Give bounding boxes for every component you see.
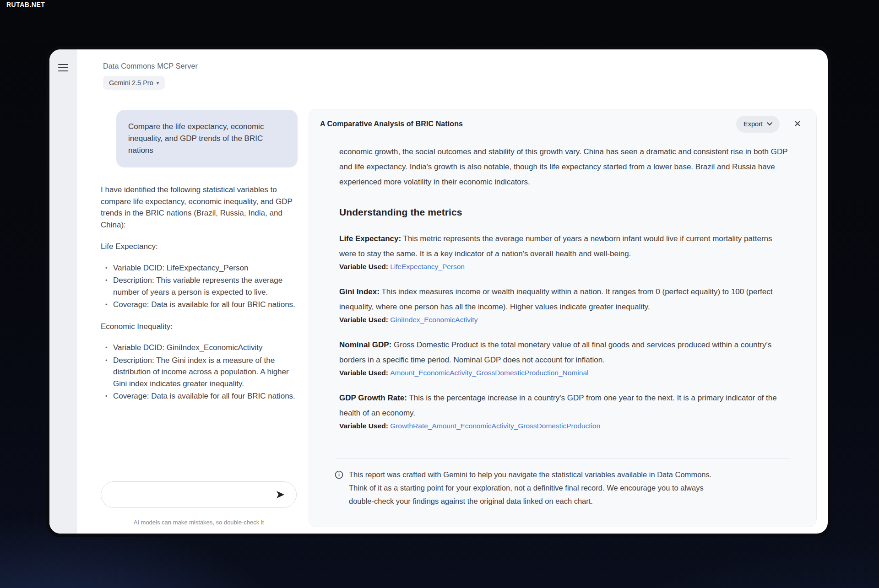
assistant-message: I have identified the following statisti…: [101, 184, 301, 403]
report-title: A Comparative Analysis of BRIC Nations: [320, 120, 736, 128]
variable-link[interactable]: Amount_EconomicActivity_GrossDomesticPro…: [390, 369, 588, 377]
metric-block: Gini Index: This index measures income o…: [339, 284, 790, 324]
list-item: Description: This variable represents th…: [105, 275, 301, 298]
variable-used-label: Variable Used:: [339, 422, 388, 430]
variable-used-label: Variable Used:: [339, 369, 388, 377]
list-item: Variable DCID: GiniIndex_EconomicActivit…: [105, 342, 301, 354]
variable-used-label: Variable Used:: [339, 263, 388, 270]
chat-section-heading: Economic Inequality:: [101, 321, 301, 333]
report-panel: A Comparative Analysis of BRIC Nations E…: [309, 109, 817, 527]
metric-description: This metric represents the average numbe…: [339, 234, 772, 258]
model-selector-button[interactable]: Gemini 2.5 Pro ▾: [103, 76, 165, 90]
chat-bullet-list: Variable DCID: GiniIndex_EconomicActivit…: [101, 342, 301, 402]
send-icon: [275, 489, 286, 500]
metric-label: Nominal GDP:: [339, 340, 391, 349]
divider: [336, 459, 790, 459]
variable-used-label: Variable Used:: [339, 316, 388, 324]
disclaimer-text: AI models can make mistakes, so double-c…: [101, 519, 297, 526]
app-window: Data Commons MCP Server Gemini 2.5 Pro ▾…: [46, 46, 831, 537]
info-icon: [335, 470, 343, 479]
list-item: Coverage: Data is available for all four…: [105, 390, 301, 402]
menu-icon: [58, 64, 68, 65]
watermark: RUTAB.NET: [6, 1, 45, 8]
close-icon: ✕: [794, 119, 801, 129]
chevron-down-icon: [767, 122, 772, 126]
report-section-heading: Understanding the metrics: [339, 207, 790, 218]
variable-link[interactable]: GiniIndex_EconomicActivity: [390, 316, 477, 324]
chat-input[interactable]: [110, 486, 273, 504]
metric-block: Nominal GDP: Gross Domestic Product is t…: [339, 337, 790, 377]
send-button[interactable]: [273, 488, 287, 502]
footer-note-text: This report was crafted with Gemini to h…: [349, 468, 729, 508]
footer-note: This report was crafted with Gemini to h…: [335, 468, 790, 508]
metric-description: This index measures income or wealth ine…: [339, 287, 772, 311]
variable-link[interactable]: GrowthRate_Amount_EconomicActivity_Gross…: [390, 422, 600, 430]
chat-input-container: [101, 481, 297, 508]
hamburger-menu-button[interactable]: [57, 64, 70, 75]
user-message-bubble: Compare the life expectancy, economic in…: [116, 110, 298, 167]
list-item: Coverage: Data is available for all four…: [105, 299, 301, 311]
chat-section-heading: Life Expectancy:: [101, 241, 301, 253]
list-item: Variable DCID: LifeExpectancy_Person: [105, 262, 301, 274]
model-selector-label: Gemini 2.5 Pro: [109, 79, 153, 86]
list-item: Description: The Gini index is a measure…: [105, 355, 301, 390]
metric-block: GDP Growth Rate: This is the percentage …: [339, 390, 790, 430]
report-header: A Comparative Analysis of BRIC Nations E…: [309, 109, 816, 139]
export-button[interactable]: Export: [736, 116, 780, 133]
chat-bullet-list: Variable DCID: LifeExpectancy_Person Des…: [101, 262, 301, 311]
close-button[interactable]: ✕: [791, 117, 804, 131]
chevron-down-icon: ▾: [157, 80, 159, 86]
metric-description: Gross Domestic Product is the total mone…: [339, 340, 771, 364]
metric-label: Gini Index:: [339, 287, 380, 296]
export-label: Export: [743, 120, 763, 128]
chat-fade-overlay: [78, 444, 307, 481]
metric-label: GDP Growth Rate:: [339, 394, 407, 402]
app-title: Data Commons MCP Server: [103, 62, 198, 70]
report-paragraph: economic growth, the social outcomes and…: [339, 144, 790, 189]
report-content: economic growth, the social outcomes and…: [309, 139, 816, 508]
sidebar-rail: [49, 49, 77, 534]
assistant-intro: I have identified the following statisti…: [101, 184, 301, 231]
metric-label: Life Expectancy:: [339, 234, 401, 243]
metric-block: Life Expectancy: This metric represents …: [339, 231, 790, 271]
variable-link[interactable]: LifeExpectancy_Person: [390, 263, 465, 270]
